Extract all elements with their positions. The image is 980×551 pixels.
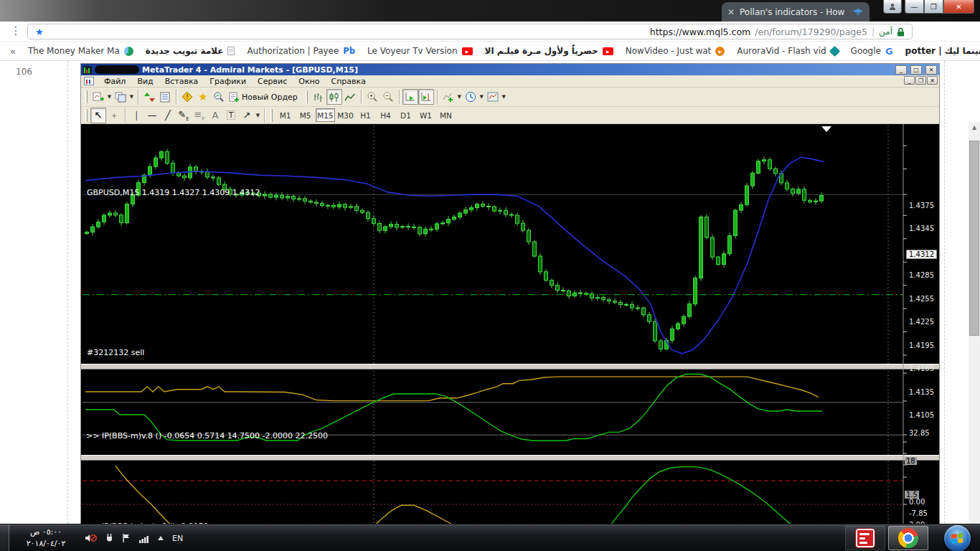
- periods-button[interactable]: [463, 89, 479, 105]
- profile-button[interactable]: [883, 0, 902, 14]
- profiles-button[interactable]: [113, 89, 128, 105]
- tab-close-icon[interactable]: ✕: [727, 7, 735, 17]
- taskbar-clock[interactable]: ٠٥:٠٠ ص ٢٠١٨/٠٤/٠٢: [11, 527, 80, 550]
- mt4-titlebar[interactable]: MetaTrader 4 - Admiral Markets - [GBPUSD…: [81, 64, 939, 75]
- templates-button[interactable]: [485, 89, 501, 105]
- profiles-caret-icon[interactable]: ▼: [128, 94, 135, 100]
- hidden-icons-arrow-icon[interactable]: [157, 535, 164, 541]
- menu-item-3[interactable]: Графики: [204, 76, 252, 87]
- action-center-flag-icon[interactable]: [122, 533, 131, 543]
- horizontal-line-tool-button[interactable]: —: [144, 108, 160, 123]
- vertical-line-tool-button[interactable]: ｜: [128, 108, 144, 123]
- timeframe-h4[interactable]: H4: [376, 108, 395, 122]
- show-desktop-button[interactable]: [0, 524, 9, 551]
- menu-item-4[interactable]: Сервис: [252, 76, 293, 87]
- chart-window-icon: [84, 77, 94, 85]
- bookmark-le-voyeur[interactable]: Le Voyeur Tv Version▶: [367, 46, 473, 56]
- text-label-tool-button[interactable]: T: [223, 108, 239, 123]
- timeframe-mn[interactable]: MN: [436, 108, 456, 122]
- bookmark-star-icon[interactable]: ★: [35, 27, 44, 37]
- google-g-icon: G: [885, 46, 893, 57]
- zoom-in-button[interactable]: [364, 89, 380, 105]
- bookmark-google[interactable]: GoogleG: [851, 46, 893, 57]
- timeframe-m1[interactable]: M1: [275, 108, 295, 122]
- start-button[interactable]: [934, 524, 980, 551]
- window-maximize-button[interactable]: ❒: [924, 0, 943, 14]
- bookmarks-overflow-icon[interactable]: «: [10, 46, 16, 57]
- windows-logo-icon: [951, 533, 963, 544]
- mt4-window: MetaTrader 4 - Admiral Markets - [GBPUSD…: [80, 63, 940, 524]
- trendline-tool-button[interactable]: ╱: [160, 108, 176, 123]
- window-close-button[interactable]: ✕: [943, 0, 974, 14]
- indicators-button[interactable]: [440, 89, 456, 105]
- line-chart-mode-button[interactable]: [342, 89, 358, 105]
- bookmark-new-tab[interactable]: علامة تبويب جديدة: [146, 46, 235, 56]
- mt4-minimize-button[interactable]: _: [895, 65, 907, 75]
- scrollbar-thumb[interactable]: [969, 141, 979, 336]
- navigator-button[interactable]: !: [179, 89, 195, 105]
- auto-scroll-button[interactable]: [402, 89, 418, 105]
- menu-item-2[interactable]: Вставка: [159, 76, 204, 87]
- crosshair-tool-button[interactable]: ＋: [106, 108, 122, 123]
- timeframe-d1[interactable]: D1: [396, 108, 415, 122]
- power-plug-icon[interactable]: [105, 533, 114, 543]
- graduation-cap-icon: [852, 8, 864, 17]
- strategy-tester-button[interactable]: [211, 89, 227, 105]
- chart-close-button[interactable]: ✕: [927, 76, 938, 85]
- taskbar-chrome-button[interactable]: [888, 526, 928, 550]
- fibonacci-tool-button[interactable]: ≡F: [192, 108, 207, 123]
- text-tool-button[interactable]: A: [207, 108, 223, 123]
- scroll-up-icon[interactable]: ▲: [969, 122, 980, 133]
- indicators-caret-icon[interactable]: ▼: [456, 94, 463, 100]
- bookmark-label: potter | سينما ليك: [905, 46, 980, 56]
- censored-account: [95, 65, 139, 74]
- address-bar[interactable]: ★ https://www.mql5.com/en/forum/179290/p…: [27, 24, 913, 39]
- clock-time: ٠٥:٠٠ ص: [11, 527, 80, 538]
- browser-tab[interactable]: ✕ Pollan's indicators - How: [722, 2, 870, 22]
- market-watch-button[interactable]: [141, 89, 157, 105]
- candlestick-mode-button[interactable]: [326, 89, 342, 105]
- bookmark-potter-cinema[interactable]: potter | سينما ليك: [905, 46, 980, 56]
- channel-tool-button[interactable]: ✎E: [176, 108, 192, 123]
- menu-item-1[interactable]: Вид: [131, 76, 159, 87]
- taskbar-red-app-button[interactable]: [845, 526, 885, 550]
- price-chart[interactable]: [81, 124, 939, 524]
- new-chart-caret-icon[interactable]: ▼: [106, 94, 113, 100]
- arrows-caret-icon[interactable]: ▼: [255, 113, 261, 118]
- bookmark-money-maker[interactable]: The Money Maker Ma: [28, 46, 133, 56]
- timeframe-m30[interactable]: M30: [336, 108, 355, 122]
- menu-item-6[interactable]: Справка: [325, 76, 371, 87]
- chart-shift-button[interactable]: [418, 89, 434, 105]
- bookmark-authorization-payee[interactable]: Authorization | PayeePb: [247, 46, 355, 56]
- timeframe-h1[interactable]: H1: [356, 108, 375, 122]
- volume-muted-icon[interactable]: [85, 533, 97, 543]
- new-chart-button[interactable]: [90, 89, 106, 105]
- bookmark-auroravid[interactable]: AuroraVid - Flash vid: [737, 46, 838, 56]
- page-scrollbar[interactable]: ▲ ▼: [969, 122, 980, 551]
- mt4-chart-area[interactable]: GBPUSD,M15 1.4319 1.4327 1.4309 1.4312#3…: [81, 124, 939, 524]
- chart-restore-button[interactable]: ❐: [915, 76, 926, 85]
- cursor-tool-button[interactable]: ↖: [90, 108, 106, 123]
- mt4-close-button[interactable]: ✕: [925, 65, 937, 75]
- arrows-tool-button[interactable]: ↗: [239, 108, 255, 123]
- new-order-button[interactable]: Новый Ордер: [227, 89, 303, 105]
- window-minimize-button[interactable]: —: [905, 0, 924, 14]
- mt4-maximize-button[interactable]: □: [910, 65, 922, 75]
- chart-minimize-button[interactable]: _: [904, 76, 915, 85]
- browser-menu-icon[interactable]: ⋮: [9, 24, 23, 37]
- data-window-button[interactable]: [157, 89, 173, 105]
- timeframe-w1[interactable]: W1: [416, 108, 435, 122]
- menu-item-5[interactable]: Окно: [293, 76, 325, 87]
- bookmark-nowvideo[interactable]: NowVideo - Just wat▶: [626, 46, 725, 56]
- network-signal-icon[interactable]: [138, 534, 149, 543]
- periods-caret-icon[interactable]: ▼: [479, 94, 485, 100]
- menu-item-0[interactable]: Файл: [98, 76, 131, 87]
- bookmark-arabic-film[interactable]: حصرياً ولأول مـرة فيلـم الا▶: [485, 46, 613, 56]
- bar-chart-mode-button[interactable]: [311, 89, 326, 105]
- timeframe-m15[interactable]: M15: [316, 108, 335, 122]
- terminal-button[interactable]: ★: [195, 89, 211, 105]
- timeframe-m5[interactable]: M5: [296, 108, 315, 122]
- language-indicator[interactable]: EN: [172, 534, 183, 543]
- templates-caret-icon[interactable]: ▼: [501, 94, 507, 100]
- zoom-out-button[interactable]: [380, 89, 396, 105]
